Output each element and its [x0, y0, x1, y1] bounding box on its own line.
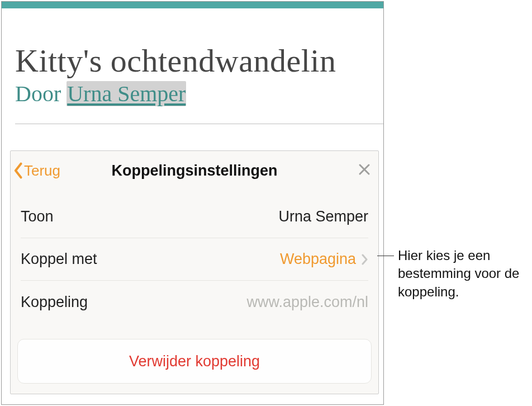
link-with-value-container: Webpagina — [280, 251, 368, 268]
theme-accent-bar — [2, 2, 383, 8]
popover-title: Koppelingsinstellingen — [111, 162, 277, 180]
app-viewport: Kitty's ochtendwandelin Door Urna Semper… — [1, 1, 384, 405]
display-value: Urna Semper — [278, 208, 368, 225]
remove-link-button[interactable]: Verwijder koppeling — [17, 339, 372, 384]
remove-link-label: Verwijder koppeling — [129, 353, 260, 370]
back-button[interactable]: Terug — [13, 162, 60, 180]
close-icon — [358, 163, 370, 176]
linked-text[interactable]: Urna Semper — [66, 81, 186, 106]
document-title: Kitty's ochtendwandelin — [15, 42, 383, 79]
document-area: Kitty's ochtendwandelin Door Urna Semper — [2, 8, 383, 124]
link-value: www.apple.com/nl — [246, 294, 368, 311]
link-label: Koppeling — [21, 294, 88, 311]
close-button[interactable] — [358, 163, 370, 178]
document-subtitle: Door Urna Semper — [15, 81, 383, 107]
popover-header: Terug Koppelingsinstellingen — [11, 151, 378, 190]
callout-leader-line — [377, 256, 394, 256]
link-with-label: Koppel met — [21, 251, 97, 268]
chevron-left-icon — [13, 162, 23, 179]
link-with-value: Webpagina — [280, 251, 356, 268]
subtitle-prefix: Door — [15, 81, 66, 106]
link-row[interactable]: Koppeling www.apple.com/nl — [21, 281, 368, 323]
link-with-row[interactable]: Koppel met Webpagina — [21, 238, 368, 281]
display-label: Toon — [21, 208, 54, 225]
section-divider — [15, 124, 383, 124]
back-label: Terug — [24, 162, 60, 180]
popover-rows: Toon Urna Semper Koppel met Webpagina Ko… — [11, 190, 378, 323]
link-settings-popover: Terug Koppelingsinstellingen Toon Urna S… — [10, 150, 379, 394]
chevron-right-icon — [362, 253, 368, 266]
display-row[interactable]: Toon Urna Semper — [21, 196, 368, 238]
callout-text: Hier kies je een bestemming voor de kopp… — [398, 247, 526, 301]
